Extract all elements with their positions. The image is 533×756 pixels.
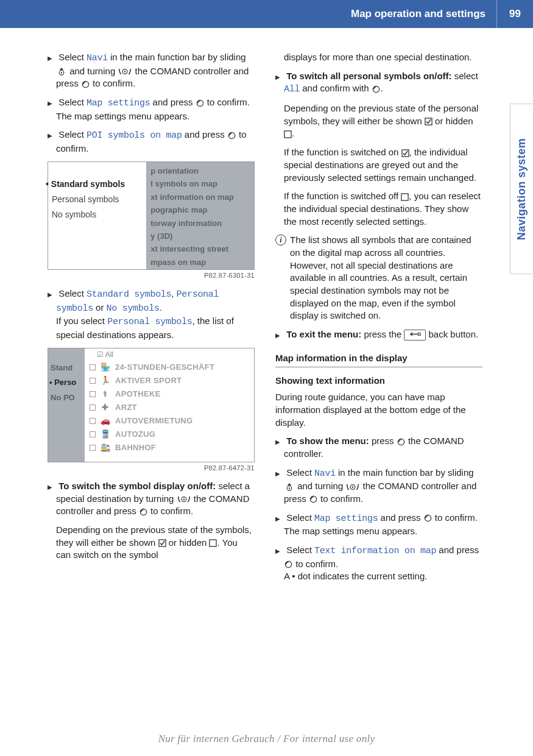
paragraph: displays for more than one special desti… <box>275 51 482 64</box>
info-text: The list shows all symbols that are cont… <box>290 234 482 322</box>
step-continuation: Depending on the previous state of the s… <box>48 524 255 562</box>
press-icon <box>372 85 381 94</box>
slide-icon <box>56 67 67 76</box>
step-title: To switch the symbol display on/off: <box>58 481 216 491</box>
list-item: 🚉BAHNHOF <box>87 441 254 454</box>
section-tab: Navigation system <box>510 104 533 274</box>
press-icon <box>139 507 148 517</box>
checkbox-icon <box>90 431 96 437</box>
paragraph: If the function is switched on , the ind… <box>275 146 482 184</box>
ui-navi: Navi <box>314 468 336 479</box>
screenshot-personal-symbols: Stand Perso No PO ☑ All 🏪24-STUNDEN-GESC… <box>48 348 255 462</box>
step: Select Standard symbols, Personal symbol… <box>48 288 255 342</box>
list-item: ✚ARZT <box>87 401 254 414</box>
back-button-icon <box>404 330 426 341</box>
press-icon <box>284 560 293 569</box>
press-icon <box>196 99 205 108</box>
info-icon: i <box>275 235 286 246</box>
paragraph: During route guidance, you can have map … <box>275 391 482 429</box>
poi-icon: 🏃 <box>101 375 110 386</box>
list-item: Standard symbols <box>52 177 143 192</box>
list-item: ⚕APOTHEKE <box>87 387 254 401</box>
list-item: No symbols <box>52 207 143 222</box>
ui-map-settings: Map settings <box>86 98 150 108</box>
screenshot-caption: P82.87-6301-31 <box>48 271 255 280</box>
ui-all: All <box>284 84 300 94</box>
poi-icon: 🚉 <box>101 442 110 453</box>
step: Select Navi in the main function bar by … <box>48 51 255 90</box>
checkbox-icon <box>90 404 96 411</box>
slide-icon <box>284 482 295 492</box>
ss2-header: ☑ All <box>87 350 254 361</box>
ui-text-info: Text information on map <box>314 546 436 556</box>
press-icon <box>309 495 318 504</box>
checked-icon <box>425 118 432 125</box>
unchecked-icon <box>284 130 292 138</box>
checkbox-icon <box>90 418 96 424</box>
poi-icon: 🚆 <box>101 429 110 440</box>
list-item: pographic map <box>150 203 250 216</box>
list-item: y (3D) <box>150 230 250 242</box>
turn-icon <box>118 67 132 76</box>
ss2-left: Stand Perso No PO <box>48 348 85 462</box>
section-heading: Map information in the display <box>275 352 482 368</box>
poi-label: 24-STUNDEN-GESCHÄFT <box>115 362 214 373</box>
poi-label: AKTIVER SPORT <box>115 375 182 386</box>
checkbox-icon <box>90 391 96 397</box>
paragraph: Depending on the previous state of the p… <box>275 102 482 140</box>
poi-label: ARZT <box>115 402 137 413</box>
list-item: xt information on map <box>150 191 250 203</box>
list-item: Stand <box>51 361 85 376</box>
ss1-left-list: Standard symbols Personal symbols No sym… <box>48 162 147 269</box>
poi-icon: ✚ <box>101 402 110 413</box>
list-item: torway information <box>150 217 250 230</box>
ui-navi: Navi <box>86 53 108 63</box>
list-item: 🚆AUTOZUG <box>87 428 254 441</box>
content: Select Navi in the main function bar by … <box>0 28 533 589</box>
ss2-right: ☑ All 🏪24-STUNDEN-GESCHÄFT🏃AKTIVER SPORT… <box>85 348 254 462</box>
checked-icon <box>401 149 409 157</box>
screenshot-symbols-menu: Standard symbols Personal symbols No sym… <box>48 161 255 270</box>
checkbox-icon <box>90 378 96 384</box>
unchecked-icon <box>401 193 409 201</box>
checked-icon <box>158 539 166 547</box>
sub-heading: Showing text information <box>275 375 482 387</box>
turn-icon <box>177 495 191 504</box>
poi-icon: 🚗 <box>101 415 110 426</box>
right-column: displays for more than one special desti… <box>275 51 482 589</box>
step: Select Text information on map and press… <box>275 544 482 583</box>
left-column: Select Navi in the main function bar by … <box>48 51 255 589</box>
step-title: To switch all personal symbols on/off: <box>286 71 451 81</box>
list-item: I symbols on map <box>150 177 250 190</box>
poi-label: AUTOVERMIETUNG <box>115 415 192 426</box>
step: Select Map settings and press to confirm… <box>275 512 482 538</box>
checkbox-icon <box>90 445 96 451</box>
list-item: mpass on map <box>150 256 250 269</box>
turn-icon <box>345 482 360 492</box>
list-item: xt intersecting street <box>150 242 250 255</box>
step: Select Navi in the main function bar by … <box>275 467 482 506</box>
step: To exit the menu: press the back button. <box>275 328 482 341</box>
screenshot-caption: P82.87-6472-31 <box>48 464 255 473</box>
step: To switch all personal symbols on/off: s… <box>275 70 482 96</box>
list-item: Personal symbols <box>52 192 143 207</box>
page-number: 99 <box>496 0 533 28</box>
step: Select POI symbols on map and press to c… <box>48 129 255 155</box>
step: Select Map settings and press to confirm… <box>48 96 255 122</box>
poi-icon: ⚕ <box>101 389 110 400</box>
list-item: 🚗AUTOVERMIETUNG <box>87 414 254 428</box>
ui-map-settings: Map settings <box>314 514 378 524</box>
poi-label: BAHNHOF <box>115 442 156 453</box>
poi-label: AUTOZUG <box>115 429 155 440</box>
press-icon <box>397 437 406 447</box>
list-item: 🏃AKTIVER SPORT <box>87 374 254 387</box>
ss1-right-list: p orientation I symbols on map xt inform… <box>147 162 254 269</box>
press-icon <box>423 514 432 523</box>
paragraph: If the function is switched off , you ca… <box>275 190 482 228</box>
poi-icon: 🏪 <box>101 362 110 373</box>
page-header: Map operation and settings 99 <box>0 0 533 28</box>
step: To switch the symbol display on/off: sel… <box>48 480 255 518</box>
footer-watermark: Nur für internen Gebrauch / For internal… <box>0 733 533 745</box>
list-item: No PO <box>51 390 85 406</box>
checkbox-icon <box>90 364 96 370</box>
